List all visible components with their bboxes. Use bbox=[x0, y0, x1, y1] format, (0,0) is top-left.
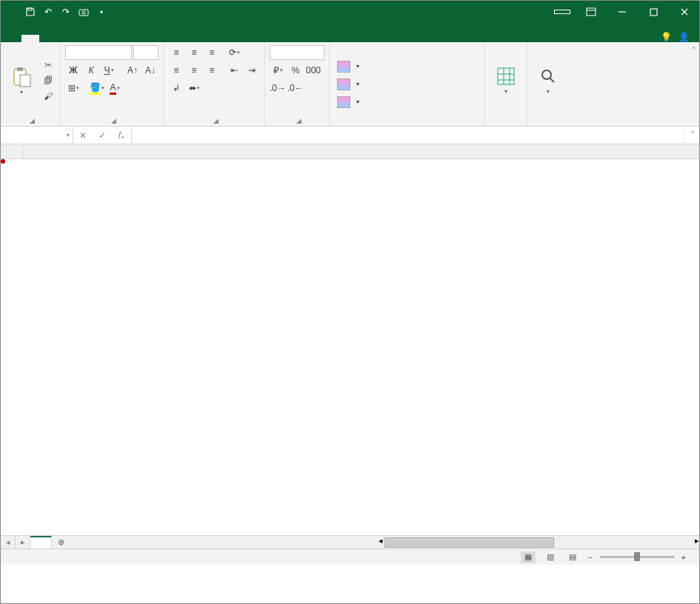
camera-icon[interactable] bbox=[78, 6, 90, 18]
wrap-text-icon[interactable]: ↲ bbox=[168, 81, 184, 95]
number-format-select[interactable] bbox=[270, 45, 324, 60]
borders-button[interactable]: ⊞ bbox=[65, 81, 81, 95]
zoom-in-icon[interactable]: + bbox=[681, 553, 686, 562]
svg-rect-3 bbox=[587, 8, 596, 16]
svg-rect-8 bbox=[498, 68, 514, 84]
tab-help[interactable] bbox=[146, 35, 164, 42]
enter-formula-icon[interactable]: ✓ bbox=[93, 130, 112, 141]
close-icon[interactable] bbox=[670, 1, 699, 23]
sheet-tab-bar: ◂ ▸ ⊕ ◂ ▸ bbox=[1, 535, 699, 548]
clipboard-launcher[interactable]: ◢ bbox=[30, 117, 35, 124]
font-size-select[interactable] bbox=[133, 45, 159, 60]
select-all-cell[interactable] bbox=[1, 144, 23, 158]
accounting-format-icon[interactable]: ₽ bbox=[270, 63, 286, 78]
maximize-icon[interactable] bbox=[639, 1, 668, 23]
align-middle-icon[interactable]: ≡ bbox=[186, 45, 202, 60]
zoom-slider[interactable] bbox=[600, 556, 674, 558]
comma-format-icon[interactable]: 000 bbox=[305, 63, 321, 78]
formula-bar: ✕ ✓ fₓ ˅ bbox=[1, 127, 699, 144]
decrease-indent-icon[interactable]: ⇤ bbox=[226, 63, 242, 78]
name-box[interactable] bbox=[1, 127, 73, 144]
formula-input[interactable] bbox=[132, 127, 684, 144]
fill-color-button[interactable]: 🪣 bbox=[89, 81, 105, 95]
format-as-table-button[interactable]: ▾ bbox=[334, 77, 480, 92]
svg-rect-0 bbox=[28, 8, 32, 10]
hscroll-right-icon[interactable]: ▸ bbox=[695, 536, 699, 548]
copy-icon[interactable]: 🗐 bbox=[41, 74, 56, 87]
redo-icon[interactable]: ↷ bbox=[60, 6, 72, 18]
paste-button[interactable]: ▾ bbox=[5, 45, 38, 115]
undo-icon[interactable]: ↶ bbox=[42, 6, 54, 18]
window-controls bbox=[554, 1, 699, 23]
increase-font-icon[interactable]: A↑ bbox=[124, 63, 141, 78]
expand-formula-bar-icon[interactable]: ˅ bbox=[684, 127, 699, 144]
alignment-launcher[interactable]: ◢ bbox=[213, 117, 219, 124]
orientation-icon[interactable]: ⟳ bbox=[226, 45, 242, 60]
format-painter-icon[interactable]: 🖌 bbox=[41, 90, 56, 103]
spreadsheet-grid[interactable] bbox=[1, 144, 699, 535]
svg-rect-1 bbox=[79, 10, 88, 16]
tab-formulas[interactable] bbox=[75, 35, 93, 42]
cancel-formula-icon[interactable]: ✕ bbox=[73, 130, 93, 141]
view-page-layout-icon[interactable]: ▥ bbox=[543, 551, 558, 563]
ribbon-tabs: 💡 👤 bbox=[1, 23, 699, 42]
font-name-select[interactable] bbox=[65, 45, 132, 60]
bold-button[interactable]: Ж bbox=[65, 63, 81, 78]
font-launcher[interactable]: ◢ bbox=[111, 117, 116, 124]
cells-button[interactable]: ▾ bbox=[490, 45, 522, 114]
conditional-formatting-button[interactable]: ▾ bbox=[334, 59, 480, 74]
share-button[interactable]: 👤 bbox=[679, 32, 692, 42]
tab-insert[interactable] bbox=[39, 35, 57, 42]
sheet-nav-prev-icon[interactable]: ◂ bbox=[1, 536, 16, 549]
save-icon[interactable] bbox=[24, 6, 36, 18]
align-center-icon[interactable]: ≡ bbox=[186, 63, 202, 78]
align-right-icon[interactable]: ≡ bbox=[204, 63, 220, 78]
find-icon bbox=[536, 64, 560, 88]
view-page-break-icon[interactable]: ▤ bbox=[565, 551, 580, 563]
sheet-tab[interactable] bbox=[30, 536, 52, 548]
percent-format-icon[interactable]: % bbox=[287, 63, 304, 78]
editing-button[interactable]: ▾ bbox=[532, 45, 564, 114]
cut-icon[interactable]: ✂ bbox=[41, 58, 56, 72]
tab-home[interactable] bbox=[21, 35, 39, 42]
hscroll-track[interactable] bbox=[383, 536, 695, 548]
align-left-icon[interactable]: ≡ bbox=[168, 63, 184, 78]
tab-data[interactable] bbox=[93, 35, 110, 42]
underline-button[interactable]: Ч bbox=[101, 63, 117, 78]
view-normal-icon[interactable]: ▦ bbox=[521, 551, 536, 563]
tab-view[interactable] bbox=[128, 35, 146, 42]
number-launcher[interactable]: ◢ bbox=[296, 117, 301, 124]
increase-decimal-icon[interactable]: .0→ bbox=[270, 81, 286, 95]
add-sheet-icon[interactable]: ⊕ bbox=[52, 536, 70, 548]
collapse-ribbon-icon[interactable]: ˄ bbox=[688, 42, 699, 126]
tab-file[interactable] bbox=[4, 35, 21, 42]
svg-rect-4 bbox=[650, 9, 657, 16]
font-color-button[interactable]: A bbox=[107, 81, 123, 95]
minimize-icon[interactable] bbox=[607, 1, 637, 23]
qat-dropdown-icon[interactable]: ▾ bbox=[96, 6, 107, 18]
title-bar: ↶ ↷ ▾ bbox=[1, 1, 699, 23]
italic-button[interactable]: К bbox=[83, 63, 99, 78]
decrease-font-icon[interactable]: A↓ bbox=[142, 63, 159, 78]
cell-styles-icon bbox=[337, 96, 350, 108]
tab-page-layout[interactable] bbox=[57, 35, 75, 42]
ribbon-options-icon[interactable] bbox=[576, 1, 606, 23]
align-top-icon[interactable]: ≡ bbox=[168, 45, 184, 60]
group-font: Ж К Ч A↑ A↓ ⊞ 🪣 A ◢ bbox=[61, 42, 164, 126]
merge-center-icon[interactable]: ⬌ bbox=[186, 81, 202, 95]
cell-styles-button[interactable]: ▾ bbox=[334, 95, 480, 110]
tab-review[interactable] bbox=[110, 35, 128, 42]
svg-rect-7 bbox=[20, 75, 30, 87]
group-alignment: ≡ ≡ ≡ ⟳ ≡ ≡ ≡ ⇤ ⇥ ↲ ⬌ ◢ bbox=[164, 42, 265, 126]
svg-point-9 bbox=[542, 70, 551, 79]
insert-function-icon[interactable]: fₓ bbox=[112, 130, 131, 141]
increase-indent-icon[interactable]: ⇥ bbox=[244, 63, 260, 78]
group-number: ₽ % 000 .0→ .0← ◢ bbox=[265, 42, 330, 126]
decrease-decimal-icon[interactable]: .0← bbox=[287, 81, 304, 95]
zoom-out-icon[interactable]: − bbox=[587, 553, 592, 562]
sheet-nav-next-icon[interactable]: ▸ bbox=[16, 536, 30, 549]
tell-me[interactable]: 💡 bbox=[661, 32, 674, 42]
align-bottom-icon[interactable]: ≡ bbox=[204, 45, 220, 60]
hscroll-thumb[interactable] bbox=[384, 537, 554, 548]
login-button[interactable] bbox=[554, 10, 570, 14]
